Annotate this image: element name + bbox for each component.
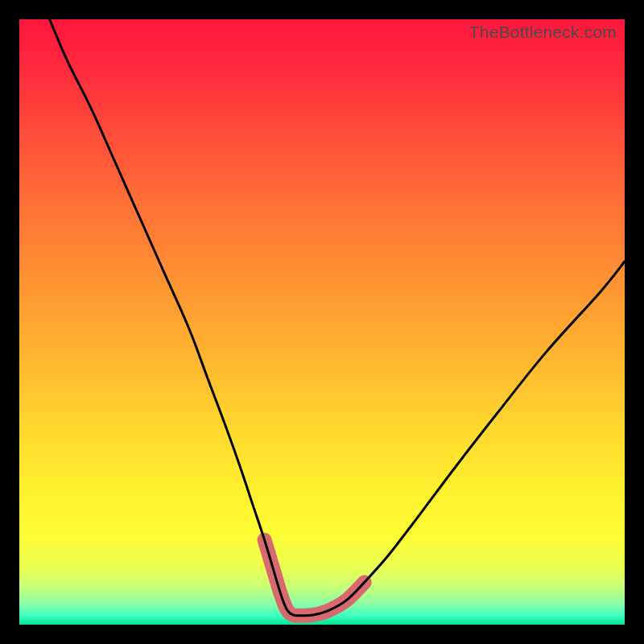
- chart-svg: [19, 19, 625, 625]
- chart-frame: TheBottleneck.com: [19, 19, 625, 625]
- watermark-text: TheBottleneck.com: [469, 23, 617, 42]
- chart-background: [19, 19, 625, 625]
